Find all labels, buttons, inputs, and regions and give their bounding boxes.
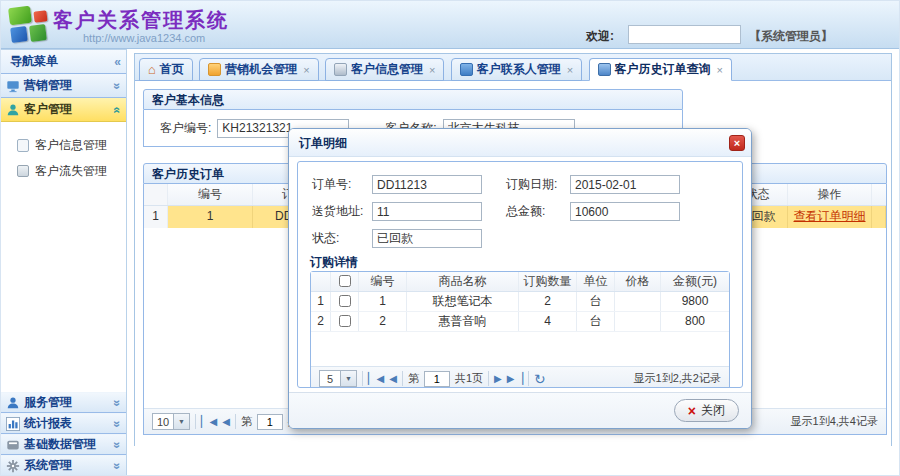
dropdown-arrow-icon[interactable]: ▼	[341, 370, 357, 387]
column-header[interactable]: 价格	[615, 272, 661, 291]
rownum-header	[144, 184, 168, 205]
page-total-label: 共1页	[455, 371, 483, 386]
pager-last-button[interactable]: ▶▕	[507, 372, 523, 385]
sidebar-group-label: 系统管理	[24, 457, 114, 474]
close-x-icon: ×	[688, 405, 696, 417]
last-page-icon: ▶	[507, 373, 515, 384]
sidebar-group-label: 营销管理	[24, 77, 114, 94]
page-label: 第	[241, 414, 252, 429]
form-row: 状态:	[312, 225, 742, 252]
pager-prev-button[interactable]: ◀	[222, 416, 230, 427]
chevron-down-icon: »	[111, 399, 125, 406]
window-icon	[17, 165, 29, 177]
column-header[interactable]: 单位	[577, 272, 615, 291]
item-id-cell: 1	[359, 292, 407, 311]
divider	[195, 414, 196, 429]
sidebar-group-basedata[interactable]: 基础数据管理 »	[1, 434, 126, 455]
tab-close-icon[interactable]: ×	[567, 64, 573, 76]
column-header-end	[872, 184, 886, 205]
product-name-cell: 惠普音响	[407, 312, 519, 331]
chevron-down-icon: »	[111, 82, 125, 89]
pager-next-button[interactable]: ▶	[494, 373, 502, 384]
panel-collapse-icon[interactable]: «	[114, 55, 121, 69]
status-label: 状态:	[312, 230, 372, 247]
unit-cell: 台	[577, 312, 615, 331]
logo-shape	[10, 26, 28, 43]
app-header: 客户关系管理系统 http://www.java1234.com 欢迎: 【系统…	[1, 1, 900, 49]
sidebar-group-label: 服务管理	[24, 394, 114, 411]
page-number-input[interactable]	[424, 371, 450, 387]
order-items-section: 订购详情 编号 商品名称 订购数量 单位 价格 金额(元) 1	[310, 254, 730, 388]
sidebar-group-label: 基础数据管理	[24, 436, 114, 453]
amount-cell: 800	[661, 312, 729, 331]
quantity-cell: 2	[519, 292, 577, 311]
view-order-detail-link[interactable]: 查看订单明细	[794, 209, 866, 223]
dialog-title: 订单明细	[289, 129, 751, 157]
next-page-icon: ▶	[494, 373, 502, 384]
welcome-label: 欢迎:	[586, 28, 614, 45]
coin-icon	[208, 63, 221, 76]
tab-close-icon[interactable]: ×	[303, 64, 309, 76]
pager-first-button[interactable]: ▏◀	[201, 415, 217, 428]
table-row[interactable]: 2 2 惠普音响 4 台 800	[311, 312, 729, 332]
page-size-select[interactable]: 10 ▼	[152, 413, 190, 430]
column-header[interactable]: 金额(元)	[661, 272, 729, 291]
first-page-icon: ◀	[376, 373, 384, 384]
checkbox-cell	[331, 312, 359, 331]
tab-order-history[interactable]: 客户历史订单查询 ×	[589, 58, 732, 81]
divider	[528, 371, 529, 386]
table-row[interactable]: 1 1 联想笔记本 2 台 9800	[311, 292, 729, 312]
pager-first-button[interactable]: ▏◀	[368, 372, 384, 385]
order-date-label: 订购日期:	[506, 176, 570, 193]
tab-marketing-opportunity[interactable]: 营销机会管理 ×	[199, 58, 318, 81]
order-date-input[interactable]	[570, 175, 680, 194]
select-all-cell	[331, 272, 359, 291]
row-checkbox[interactable]	[339, 315, 351, 327]
sidebar-group-system[interactable]: 系统管理 »	[1, 455, 126, 476]
tab-customer-info[interactable]: 客户信息管理 ×	[325, 58, 444, 81]
logo-shape	[8, 6, 32, 26]
pager-prev-button[interactable]: ◀	[389, 373, 397, 384]
logo-shape	[29, 24, 47, 42]
total-amount-input[interactable]	[570, 202, 680, 221]
row-checkbox[interactable]	[339, 295, 351, 307]
action-cell: 查看订单明细	[788, 206, 872, 228]
dialog-footer: × 关闭	[289, 392, 751, 428]
divider	[235, 414, 236, 429]
delivery-address-label: 送货地址:	[312, 203, 372, 220]
sidebar-group-customer[interactable]: 客户管理 «	[1, 98, 126, 122]
sidebar-item-customer-info[interactable]: 客户信息管理	[1, 132, 126, 158]
page-number-input[interactable]	[257, 414, 283, 430]
column-header[interactable]: 编号	[168, 184, 253, 205]
tab-close-icon[interactable]: ×	[717, 64, 723, 76]
sidebar-item-label: 客户信息管理	[35, 137, 107, 154]
tab-close-icon[interactable]: ×	[429, 64, 435, 76]
column-header[interactable]: 订购数量	[519, 272, 577, 291]
close-dialog-button[interactable]: × 关闭	[674, 399, 739, 422]
dialog-close-button[interactable]: ×	[729, 135, 745, 151]
sidebar-item-customer-loss[interactable]: 客户流失管理	[1, 158, 126, 184]
chevron-down-icon: »	[111, 441, 125, 448]
refresh-icon[interactable]: ↻	[534, 372, 546, 386]
price-cell	[615, 292, 661, 311]
tab-home[interactable]: ⌂ 首页	[139, 58, 193, 81]
gear-icon	[6, 459, 20, 473]
welcome-user-input[interactable]	[628, 25, 741, 44]
select-all-checkbox[interactable]	[339, 275, 351, 287]
column-header[interactable]: 商品名称	[407, 272, 519, 291]
sidebar-group-marketing[interactable]: 营销管理 »	[1, 74, 126, 98]
pager-info: 显示1到2,共2记录	[634, 371, 721, 386]
column-header[interactable]: 操作	[788, 184, 872, 205]
order-no-input[interactable]	[372, 175, 482, 194]
sidebar-group-label: 客户管理	[24, 101, 114, 118]
delivery-address-input[interactable]	[372, 202, 482, 221]
column-header[interactable]: 编号	[359, 272, 407, 291]
page-size-select[interactable]: 5 ▼	[319, 370, 357, 387]
status-input[interactable]	[372, 229, 482, 248]
sidebar-group-reports[interactable]: 统计报表 »	[1, 413, 126, 434]
page-size-value: 5	[319, 370, 341, 387]
tab-customer-contacts[interactable]: 客户联系人管理 ×	[451, 58, 582, 81]
sidebar-group-service[interactable]: 服务管理 »	[1, 392, 126, 413]
order-fields: 订单号: 订购日期: 送货地址: 总金额: 状态:	[298, 162, 742, 252]
dropdown-arrow-icon[interactable]: ▼	[174, 413, 190, 430]
